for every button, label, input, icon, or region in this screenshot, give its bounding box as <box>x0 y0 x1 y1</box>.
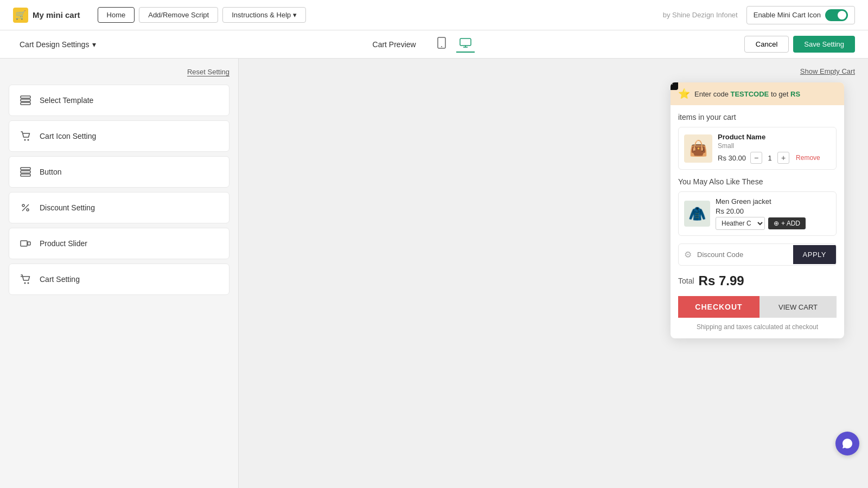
instructions-help-button[interactable]: Instructions & Help ▾ <box>222 7 306 23</box>
view-cart-button[interactable]: VIEW CART <box>760 296 837 318</box>
svg-rect-9 <box>21 171 30 173</box>
cart-item-size: Small <box>718 142 831 150</box>
checkout-buttons: CHECKOUT VIEW CART <box>678 296 837 318</box>
cart-section-title: items in your cart <box>678 113 837 121</box>
also-like-image: 🧥 <box>684 201 710 227</box>
enable-mini-cart-toggle-container: Enable Mini Cart Icon <box>746 6 855 24</box>
total-amount: Rs 7.99 <box>699 273 744 288</box>
add-to-cart-button[interactable]: ⊕ + ADD <box>768 217 806 229</box>
svg-point-15 <box>24 282 26 284</box>
chevron-down-icon: ▾ <box>293 11 297 19</box>
sidebar-item-button[interactable]: Button <box>9 156 229 188</box>
sidebar-item-select-template[interactable]: Select Template <box>9 85 229 116</box>
qty-decrease-button[interactable]: − <box>750 152 762 164</box>
cart-design-settings-button[interactable]: Cart Design Settings ▾ <box>13 37 103 52</box>
enable-mini-cart-label: Enable Mini Cart Icon <box>754 11 821 19</box>
sidebar-item-cart-setting[interactable]: Cart Setting <box>9 264 229 295</box>
cart-setting-icon <box>18 272 33 287</box>
also-like-name: Men Green jacket <box>716 197 831 206</box>
button-icon <box>18 164 33 179</box>
discount-code-icon: ⚙ <box>679 244 697 265</box>
cart-icon-setting-icon <box>18 129 33 144</box>
svg-rect-14 <box>28 242 30 245</box>
cart-item-price: Rs 30.00 <box>718 154 746 162</box>
chat-bubble-button[interactable] <box>835 432 859 455</box>
sidebar-item-discount-setting[interactable]: Discount Setting <box>9 192 229 223</box>
discount-row: ⚙ APPLY <box>678 243 837 266</box>
sidebar-item-label: Select Template <box>40 96 93 105</box>
sidebar-item-label: Cart Setting <box>40 275 80 284</box>
svg-rect-2 <box>460 38 471 46</box>
home-button[interactable]: Home <box>98 7 135 23</box>
second-bar: Cart Design Settings ▾ Cart Preview Canc… <box>0 30 868 59</box>
enable-mini-cart-toggle[interactable] <box>825 9 848 21</box>
svg-point-11 <box>22 204 24 207</box>
quantity-controls: − 1 + <box>750 152 789 164</box>
select-template-icon <box>18 93 33 108</box>
sidebar: Reset Setting Select Template Cart Icon … <box>0 59 239 488</box>
also-like-card: 🧥 Men Green jacket Rs 20.00 Heather C He… <box>678 191 837 236</box>
also-like-title: You May Also Like These <box>678 177 837 186</box>
add-remove-script-button[interactable]: Add/Remove Script <box>139 7 218 23</box>
svg-rect-8 <box>21 168 30 170</box>
also-like-details: Men Green jacket Rs 20.00 Heather C Heat… <box>716 197 831 230</box>
top-nav-right: by Shine Dezign Infonet Enable Mini Cart… <box>663 6 855 24</box>
sidebar-item-label: Discount Setting <box>40 203 95 212</box>
cart-item-card: 👜 Product Name Small Rs 30.00 − 1 + Remo… <box>678 127 837 170</box>
svg-rect-13 <box>21 241 27 246</box>
discount-setting-icon <box>18 200 33 215</box>
qty-value: 1 <box>764 154 775 162</box>
cancel-button[interactable]: Cancel <box>744 36 789 53</box>
cart-item-details: Product Name Small Rs 30.00 − 1 + Remove <box>718 133 831 164</box>
desktop-view-icon[interactable] <box>456 36 475 53</box>
top-nav-bar: 🛒 My mini cart Home Add/Remove Script In… <box>0 0 868 30</box>
cart-item-name: Product Name <box>718 133 831 141</box>
product-slider-icon <box>18 236 33 251</box>
cart-body: items in your cart 👜 Product Name Small … <box>671 105 844 338</box>
cart-preview-label: Cart Preview <box>373 40 416 49</box>
sidebar-item-label: Button <box>40 168 61 176</box>
cart-design-settings-label: Cart Design Settings <box>20 40 89 49</box>
device-icon-group <box>433 35 475 54</box>
sidebar-item-label: Cart Icon Setting <box>40 132 96 140</box>
sidebar-item-product-slider[interactable]: Product Slider <box>9 228 229 259</box>
sidebar-item-label: Product Slider <box>40 239 87 248</box>
shipping-note: Shipping and taxes calculated at checkou… <box>678 323 837 331</box>
cart-item-image: 👜 <box>684 134 712 163</box>
variant-select[interactable]: Heather C Heather M Heather L <box>716 217 765 230</box>
apply-discount-button[interactable]: APPLY <box>793 245 836 264</box>
remove-item-link[interactable]: Remove <box>796 154 820 162</box>
show-empty-cart-link[interactable]: Show Empty Cart <box>800 67 855 75</box>
save-setting-button[interactable]: Save Setting <box>793 36 855 53</box>
total-label: Total <box>678 277 694 285</box>
svg-point-1 <box>441 46 442 47</box>
cart-close-button[interactable]: ✕ <box>671 82 678 90</box>
add-icon: ⊕ <box>774 220 779 227</box>
cart-widget: ✕ ⭐ Enter code TESTCODE to get RS items … <box>671 82 844 338</box>
second-bar-actions: Cancel Save Setting <box>744 36 855 53</box>
checkout-button[interactable]: CHECKOUT <box>678 296 760 318</box>
discount-code-input[interactable] <box>697 245 793 264</box>
promo-banner: ⭐ Enter code TESTCODE to get RS <box>671 82 844 105</box>
mobile-view-icon[interactable] <box>433 35 450 54</box>
svg-point-6 <box>24 139 26 141</box>
svg-rect-5 <box>21 102 30 105</box>
svg-point-12 <box>27 209 29 211</box>
svg-rect-10 <box>21 174 30 176</box>
logo-icon: 🛒 <box>13 8 28 23</box>
svg-rect-4 <box>21 99 30 101</box>
promo-icon: ⭐ <box>678 88 690 100</box>
reset-setting-link[interactable]: Reset Setting <box>9 67 229 76</box>
chevron-down-icon-2: ▾ <box>92 40 96 49</box>
total-row: Total Rs 7.99 <box>678 273 837 288</box>
app-title: My mini cart <box>33 10 80 20</box>
svg-rect-3 <box>21 96 30 98</box>
cart-item-price-row: Rs 30.00 − 1 + Remove <box>718 152 831 164</box>
preview-center: Cart Preview <box>373 35 475 54</box>
svg-point-7 <box>28 139 29 141</box>
promo-text: Enter code TESTCODE to get RS <box>694 90 800 98</box>
also-like-controls: Heather C Heather M Heather L ⊕ + ADD <box>716 217 831 230</box>
sidebar-item-cart-icon-setting[interactable]: Cart Icon Setting <box>9 120 229 152</box>
top-nav-buttons: Home Add/Remove Script Instructions & He… <box>98 7 307 23</box>
qty-increase-button[interactable]: + <box>777 152 789 164</box>
